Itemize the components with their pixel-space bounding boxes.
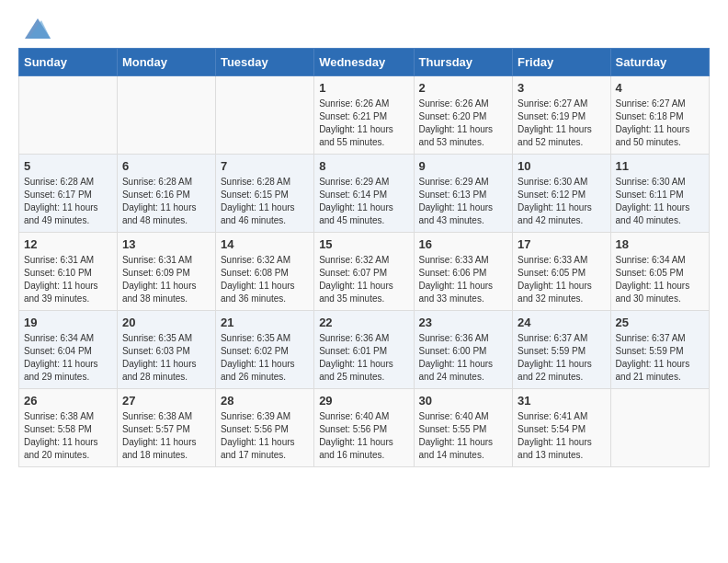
sunrise-text: Sunrise: 6:31 AM xyxy=(122,255,192,265)
daylight-text: Daylight: 11 hours xyxy=(518,437,592,447)
day-info: Sunrise: 6:37 AMSunset: 5:59 PMDaylight:… xyxy=(518,332,605,384)
day-number: 24 xyxy=(518,316,605,329)
daylight-minutes: and 32 minutes. xyxy=(518,293,583,304)
daylight-minutes: and 24 minutes. xyxy=(419,372,484,382)
day-number: 10 xyxy=(518,159,605,173)
day-number: 3 xyxy=(518,81,605,95)
calendar-cell: 18Sunrise: 6:34 AMSunset: 6:05 PMDayligh… xyxy=(610,233,709,311)
daylight-minutes: and 38 minutes. xyxy=(122,293,188,304)
calendar-cell: 2Sunrise: 6:26 AMSunset: 6:20 PMDaylight… xyxy=(414,76,513,155)
day-number: 1 xyxy=(319,81,408,95)
day-number: 16 xyxy=(419,237,508,251)
calendar-cell: 6Sunrise: 6:28 AMSunset: 6:16 PMDaylight… xyxy=(117,155,215,233)
sunset-text: Sunset: 6:13 PM xyxy=(419,190,487,200)
calendar-cell: 31Sunrise: 6:41 AMSunset: 5:54 PMDayligh… xyxy=(513,389,610,467)
day-number: 25 xyxy=(616,316,704,329)
daylight-minutes: and 43 minutes. xyxy=(419,215,484,225)
sunset-text: Sunset: 6:03 PM xyxy=(122,346,190,356)
sunrise-text: Sunrise: 6:26 AM xyxy=(319,98,389,109)
sunset-text: Sunset: 5:59 PM xyxy=(518,346,586,356)
calendar-cell: 1Sunrise: 6:26 AMSunset: 6:21 PMDaylight… xyxy=(314,76,414,155)
daylight-text: Daylight: 11 hours xyxy=(419,202,494,213)
day-info: Sunrise: 6:29 AMSunset: 6:14 PMDaylight:… xyxy=(319,176,408,227)
daylight-text: Daylight: 11 hours xyxy=(616,359,690,369)
daylight-minutes: and 49 minutes. xyxy=(24,215,89,225)
day-info: Sunrise: 6:33 AMSunset: 6:06 PMDaylight:… xyxy=(419,254,508,305)
day-number: 11 xyxy=(616,159,704,173)
day-info: Sunrise: 6:27 AMSunset: 6:19 PMDaylight:… xyxy=(518,98,605,149)
logo-text xyxy=(23,18,51,43)
logo-icon xyxy=(25,18,51,39)
daylight-text: Daylight: 11 hours xyxy=(24,359,98,369)
calendar-cell: 5Sunrise: 6:28 AMSunset: 6:17 PMDaylight… xyxy=(19,155,118,233)
sunrise-text: Sunrise: 6:35 AM xyxy=(122,333,192,343)
sunset-text: Sunset: 6:17 PM xyxy=(24,190,92,200)
sunrise-text: Sunrise: 6:29 AM xyxy=(319,177,389,187)
sunset-text: Sunset: 6:20 PM xyxy=(419,111,487,121)
calendar-week-4: 19Sunrise: 6:34 AMSunset: 6:04 PMDayligh… xyxy=(19,311,710,389)
sunrise-text: Sunrise: 6:37 AM xyxy=(518,333,587,343)
daylight-minutes: and 39 minutes. xyxy=(24,293,89,304)
sunrise-text: Sunrise: 6:30 AM xyxy=(616,177,686,187)
day-number: 19 xyxy=(24,316,112,329)
sunrise-text: Sunrise: 6:30 AM xyxy=(518,177,587,187)
daylight-minutes: and 46 minutes. xyxy=(221,215,286,225)
day-info: Sunrise: 6:28 AMSunset: 6:16 PMDaylight:… xyxy=(122,176,210,227)
sunset-text: Sunset: 5:56 PM xyxy=(221,424,289,434)
calendar-cell: 28Sunrise: 6:39 AMSunset: 5:56 PMDayligh… xyxy=(215,389,313,467)
daylight-minutes: and 36 minutes. xyxy=(221,293,286,304)
sunset-text: Sunset: 6:05 PM xyxy=(518,268,586,278)
calendar-header-sunday: Sunday xyxy=(19,49,118,76)
day-info: Sunrise: 6:32 AMSunset: 6:07 PMDaylight:… xyxy=(319,254,408,305)
calendar-cell: 22Sunrise: 6:36 AMSunset: 6:01 PMDayligh… xyxy=(314,311,414,389)
day-info: Sunrise: 6:36 AMSunset: 6:00 PMDaylight:… xyxy=(419,332,508,384)
daylight-text: Daylight: 11 hours xyxy=(616,281,690,291)
sunrise-text: Sunrise: 6:29 AM xyxy=(419,177,489,187)
calendar-week-3: 12Sunrise: 6:31 AMSunset: 6:10 PMDayligh… xyxy=(19,233,710,311)
daylight-text: Daylight: 11 hours xyxy=(221,359,295,369)
day-info: Sunrise: 6:40 AMSunset: 5:55 PMDaylight:… xyxy=(419,410,508,462)
day-info: Sunrise: 6:35 AMSunset: 6:02 PMDaylight:… xyxy=(221,332,309,384)
sunset-text: Sunset: 6:00 PM xyxy=(419,346,487,356)
daylight-minutes: and 21 minutes. xyxy=(616,372,681,382)
sunset-text: Sunset: 6:04 PM xyxy=(24,346,92,356)
calendar-table: SundayMondayTuesdayWednesdayThursdayFrid… xyxy=(18,48,710,467)
sunset-text: Sunset: 5:57 PM xyxy=(122,424,190,434)
daylight-minutes: and 40 minutes. xyxy=(616,215,681,225)
day-number: 21 xyxy=(221,316,309,329)
daylight-text: Daylight: 11 hours xyxy=(616,202,690,213)
sunset-text: Sunset: 6:15 PM xyxy=(221,190,289,200)
sunset-text: Sunset: 5:58 PM xyxy=(24,424,92,434)
calendar-header-friday: Friday xyxy=(513,49,610,76)
calendar-cell: 29Sunrise: 6:40 AMSunset: 5:56 PMDayligh… xyxy=(314,389,414,467)
day-number: 18 xyxy=(616,237,704,251)
sunrise-text: Sunrise: 6:28 AM xyxy=(24,177,94,187)
sunrise-text: Sunrise: 6:31 AM xyxy=(24,255,94,265)
daylight-minutes: and 48 minutes. xyxy=(122,215,188,225)
day-info: Sunrise: 6:30 AMSunset: 6:12 PMDaylight:… xyxy=(518,176,605,227)
day-number: 26 xyxy=(24,394,112,408)
sunrise-text: Sunrise: 6:33 AM xyxy=(518,255,587,265)
calendar-week-2: 5Sunrise: 6:28 AMSunset: 6:17 PMDaylight… xyxy=(19,155,710,233)
day-info: Sunrise: 6:39 AMSunset: 5:56 PMDaylight:… xyxy=(221,410,309,462)
daylight-text: Daylight: 11 hours xyxy=(518,202,592,213)
day-info: Sunrise: 6:31 AMSunset: 6:09 PMDaylight:… xyxy=(122,254,210,305)
sunrise-text: Sunrise: 6:41 AM xyxy=(518,411,587,421)
sunset-text: Sunset: 6:02 PM xyxy=(221,346,289,356)
sunset-text: Sunset: 6:12 PM xyxy=(518,190,586,200)
sunset-text: Sunset: 5:54 PM xyxy=(518,424,586,434)
sunset-text: Sunset: 6:09 PM xyxy=(122,268,190,278)
calendar-header-saturday: Saturday xyxy=(610,49,709,76)
sunset-text: Sunset: 6:11 PM xyxy=(616,190,684,200)
calendar-week-1: 1Sunrise: 6:26 AMSunset: 6:21 PMDaylight… xyxy=(19,76,710,155)
sunrise-text: Sunrise: 6:36 AM xyxy=(419,333,489,343)
sunrise-text: Sunrise: 6:36 AM xyxy=(319,333,389,343)
sunset-text: Sunset: 6:08 PM xyxy=(221,268,289,278)
day-number: 31 xyxy=(518,394,605,408)
daylight-minutes: and 17 minutes. xyxy=(221,450,286,460)
daylight-text: Daylight: 11 hours xyxy=(221,202,295,213)
daylight-text: Daylight: 11 hours xyxy=(419,437,494,447)
calendar-cell: 20Sunrise: 6:35 AMSunset: 6:03 PMDayligh… xyxy=(117,311,215,389)
daylight-minutes: and 29 minutes. xyxy=(24,372,89,382)
day-number: 6 xyxy=(122,159,210,173)
